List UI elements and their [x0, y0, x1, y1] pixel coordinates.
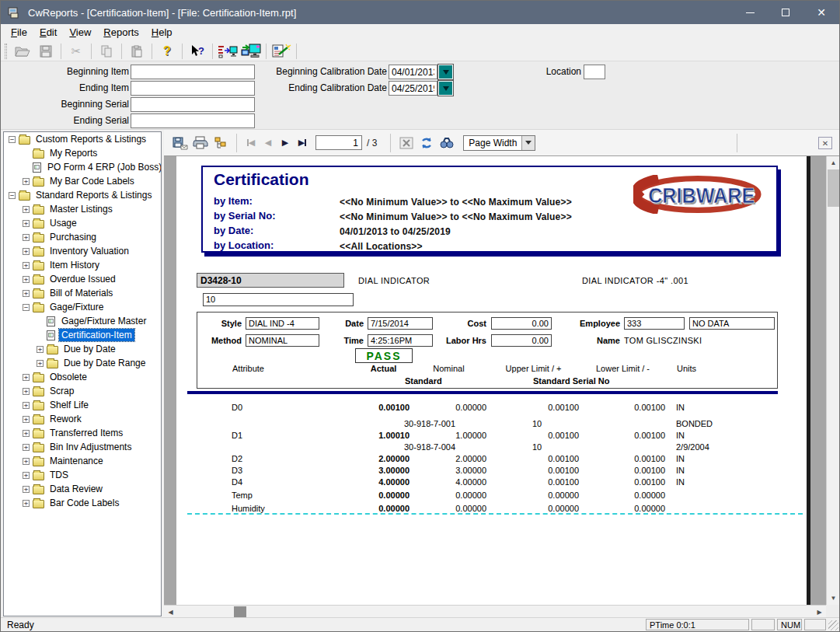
report-wizard-icon[interactable] — [270, 43, 293, 60]
collapse-icon[interactable]: − — [9, 192, 16, 199]
context-help-icon[interactable]: ? — [186, 43, 209, 60]
open-icon[interactable] — [11, 43, 34, 60]
cut-icon[interactable]: ✂ — [64, 43, 88, 60]
menu-file[interactable]: File — [5, 24, 33, 41]
tree-item-label[interactable]: Transferred Items — [47, 427, 125, 439]
menu-help[interactable]: Help — [145, 24, 179, 41]
scroll-right-icon[interactable]: ▶ — [813, 606, 826, 618]
search-icon[interactable] — [437, 134, 457, 152]
tree-item-label[interactable]: Bill of Materials — [47, 287, 115, 299]
help-icon[interactable]: ? — [155, 43, 179, 60]
tree-item-label[interactable]: TDS — [47, 469, 71, 481]
tree-item-label[interactable]: Gage/Fixture Master — [59, 315, 148, 327]
tree-item-label[interactable]: Due by Date Range — [61, 357, 148, 369]
resize-grip[interactable] — [828, 620, 838, 630]
tree-item-label[interactable]: Obsolete — [47, 371, 89, 383]
tree-item-label[interactable]: Purchasing — [47, 231, 99, 243]
print-icon[interactable] — [190, 134, 211, 152]
next-page-button[interactable]: ▶ — [277, 134, 294, 152]
tree-item-label[interactable]: Due by Date — [61, 343, 118, 355]
close-preview-icon[interactable]: ✕ — [818, 137, 832, 149]
menu-view[interactable]: View — [63, 24, 97, 41]
zoom-dropdown-button[interactable] — [521, 136, 535, 150]
copy-icon[interactable] — [95, 43, 118, 60]
ending-cal-date-dropdown[interactable] — [438, 81, 453, 96]
toolbar-grip[interactable] — [5, 44, 7, 59]
location-field[interactable] — [584, 65, 605, 79]
ending-item-field[interactable] — [131, 81, 255, 96]
scroll-left-icon[interactable]: ◀ — [164, 606, 177, 618]
tree-item-label[interactable]: Item History — [47, 259, 102, 271]
save-icon[interactable] — [34, 43, 58, 60]
report-destination-icon[interactable] — [216, 43, 239, 60]
expand-icon[interactable]: + — [23, 374, 30, 381]
expand-icon[interactable]: + — [23, 290, 30, 297]
tree-item-label[interactable]: Data Review — [47, 483, 105, 495]
expand-icon[interactable]: + — [23, 178, 30, 185]
expand-icon[interactable]: + — [23, 248, 30, 255]
page-number-field[interactable] — [315, 135, 362, 150]
tree-item-label[interactable]: Rework — [47, 413, 84, 425]
expand-icon[interactable]: + — [23, 486, 30, 493]
print-preview-icon[interactable] — [239, 43, 263, 60]
expand-icon[interactable]: + — [23, 500, 30, 507]
first-page-button[interactable]: ◀ — [242, 134, 260, 152]
paste-icon[interactable] — [125, 43, 148, 60]
expand-icon[interactable]: + — [23, 262, 30, 269]
menu-edit[interactable]: Edit — [33, 24, 63, 41]
collapse-icon[interactable]: − — [23, 304, 30, 311]
expand-icon[interactable]: + — [23, 402, 30, 409]
scrollbar-thumb[interactable] — [828, 169, 839, 207]
group-tree-icon[interactable] — [211, 134, 231, 152]
refresh-icon[interactable] — [417, 134, 437, 152]
expand-icon[interactable]: + — [23, 430, 30, 437]
ending-cal-date-field[interactable] — [389, 81, 437, 96]
scrollbar-thumb[interactable] — [234, 606, 246, 617]
tree-item-label[interactable]: Scrap — [47, 385, 76, 397]
stop-icon[interactable] — [396, 134, 417, 152]
close-button[interactable]: ✕ — [803, 1, 839, 24]
vertical-scrollbar[interactable]: ▲ ▼ — [826, 156, 839, 605]
expand-icon[interactable]: + — [23, 220, 30, 227]
tree-item-label[interactable]: Bar Code Labels — [47, 497, 121, 509]
tree-item-label[interactable]: Custom Reports & Listings — [33, 133, 148, 145]
tree-item-label[interactable]: Standard Reports & Listings — [33, 189, 154, 201]
expand-icon[interactable]: + — [23, 276, 30, 283]
expand-icon[interactable]: + — [23, 206, 30, 213]
tree-item-label[interactable]: Bin Inv Adjustments — [47, 441, 134, 453]
tree-item-label[interactable]: Shelf Life — [47, 399, 91, 411]
tree-item-label[interactable]: PO Form 4 ERP (Job Boss) — [45, 161, 162, 173]
export-icon[interactable] — [170, 134, 190, 152]
expand-icon[interactable]: + — [23, 444, 30, 451]
tree-item-label[interactable]: My Bar Code Labels — [47, 175, 137, 187]
tree-item-label[interactable]: Maintenance — [47, 455, 106, 467]
expand-icon[interactable]: + — [37, 346, 44, 353]
ending-serial-field[interactable] — [131, 113, 255, 128]
expand-icon[interactable]: + — [23, 458, 30, 465]
expand-icon[interactable]: + — [37, 360, 44, 367]
tree-item-label[interactable]: Master Listings — [47, 203, 115, 215]
beginning-serial-field[interactable] — [131, 97, 255, 112]
collapse-icon[interactable]: − — [9, 136, 16, 143]
expand-icon[interactable]: + — [23, 416, 30, 423]
menu-reports[interactable]: Reports — [97, 24, 145, 41]
last-page-button[interactable]: ▶ — [294, 134, 311, 152]
tree-item-label[interactable]: Gage/Fixture — [47, 301, 106, 313]
maximize-button[interactable] — [768, 1, 803, 24]
zoom-level-select[interactable]: Page Width — [463, 135, 535, 151]
tree-item-label[interactable]: My Reports — [47, 147, 99, 159]
scroll-down-icon[interactable]: ▼ — [827, 592, 840, 605]
tree-item-label[interactable]: Certification-Item — [59, 329, 134, 341]
beginning-cal-date-dropdown[interactable] — [438, 65, 453, 79]
beginning-item-field[interactable] — [131, 65, 255, 79]
beginning-cal-date-field[interactable] — [389, 65, 437, 79]
expand-icon[interactable]: + — [23, 234, 30, 241]
tree-item-label[interactable]: Inventory Valuation — [47, 245, 131, 257]
horizontal-scrollbar[interactable]: ◀ ▶ — [164, 605, 826, 617]
minimize-button[interactable] — [732, 1, 768, 24]
expand-icon[interactable]: + — [23, 472, 30, 479]
previous-page-button[interactable]: ◀ — [260, 134, 277, 152]
tree-item-label[interactable]: Overdue Issued — [47, 273, 118, 285]
expand-icon[interactable]: + — [23, 388, 30, 395]
tree-item-label[interactable]: Usage — [47, 217, 79, 229]
